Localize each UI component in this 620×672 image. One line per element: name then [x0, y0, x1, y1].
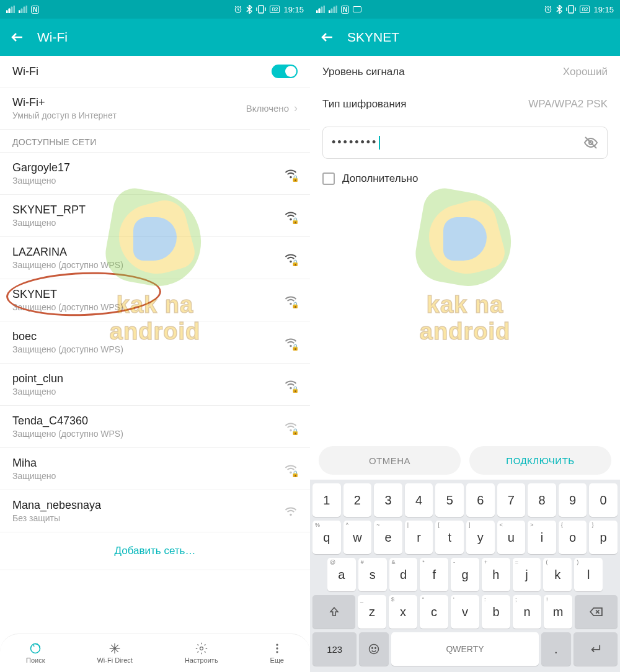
signal-icon-2 — [329, 6, 337, 13]
key-s[interactable]: #s — [358, 558, 387, 591]
alarm-icon — [544, 5, 552, 14]
status-bar: N 82 19:15 — [0, 0, 310, 19]
cancel-button[interactable]: ОТМЕНА — [319, 446, 461, 475]
key-8[interactable]: 8 — [528, 483, 556, 517]
key-5[interactable]: 5 — [435, 483, 464, 517]
page-title: Wi-Fi — [37, 30, 68, 45]
key-u[interactable]: <u — [497, 521, 526, 554]
network-item[interactable]: point_clunЗащищено🔒 — [0, 364, 310, 406]
nav-search[interactable]: Поиск — [26, 642, 45, 664]
key-v[interactable]: 'v — [451, 595, 479, 629]
wifi-toggle-row[interactable]: Wi-Fi — [0, 56, 310, 87]
network-name: Gargoyle17 — [12, 161, 70, 174]
wifi-list-screen: N 82 19:15 Wi-Fi Wi-Fi Wi-Fi+ Умный дост… — [0, 0, 310, 672]
svg-point-4 — [276, 644, 278, 646]
network-name: Miha — [12, 457, 56, 470]
key-a[interactable]: @a — [327, 558, 356, 591]
nfc-icon: N — [341, 6, 349, 14]
key-7[interactable]: 7 — [497, 483, 526, 517]
key-4[interactable]: 4 — [405, 483, 433, 517]
key-g[interactable]: -g — [451, 558, 479, 591]
advanced-checkbox[interactable] — [322, 172, 335, 185]
key-f[interactable]: *f — [420, 558, 448, 591]
key-i[interactable]: >i — [528, 521, 556, 554]
key-3[interactable]: 3 — [374, 483, 402, 517]
key-shift[interactable] — [312, 595, 355, 629]
network-item[interactable]: Gargoyle17Защищено🔒 — [0, 153, 310, 195]
network-name: point_clun — [12, 372, 63, 385]
encryption-value: WPA/WPA2 PSK — [528, 98, 608, 110]
bluetooth-icon — [556, 5, 562, 14]
key-space[interactable]: QWERTY — [391, 632, 539, 666]
key-k[interactable]: (k — [543, 558, 572, 591]
key-1[interactable]: 1 — [312, 483, 341, 517]
password-input[interactable]: •••••••• — [322, 127, 608, 159]
nav-settings[interactable]: Настроить — [185, 642, 218, 664]
key-z[interactable]: _z — [358, 595, 386, 629]
app-bar: SKYNET — [310, 19, 620, 56]
encryption-row: Тип шифрования WPA/WPA2 PSK — [310, 88, 620, 120]
wifi-signal-icon: 🔒 — [284, 420, 298, 434]
svg-point-10 — [370, 645, 379, 654]
network-sub: Защищено (доступно WPS) — [12, 302, 123, 312]
eye-off-icon[interactable] — [583, 135, 598, 150]
key-x[interactable]: $x — [389, 595, 417, 629]
nav-wifi-direct[interactable]: Wi-Fi Direct — [97, 642, 132, 664]
wifi-plus-value: Включено — [246, 103, 289, 114]
key-p[interactable]: }p — [589, 521, 618, 554]
back-icon[interactable] — [320, 30, 335, 45]
wifi-toggle-label: Wi-Fi — [12, 65, 38, 78]
key-e[interactable]: ~e — [374, 521, 402, 554]
alarm-icon — [234, 5, 242, 14]
add-network-button[interactable]: Добавить сеть… — [0, 532, 310, 570]
network-item[interactable]: SKYNETЗащищено (доступно WPS)🔒 — [0, 279, 310, 321]
key-backspace[interactable] — [575, 595, 618, 629]
key-6[interactable]: 6 — [466, 483, 495, 517]
key-2[interactable]: 2 — [343, 483, 372, 517]
network-item[interactable]: Tenda_C47360Защищено (доступно WPS)🔒 — [0, 406, 310, 448]
key-o[interactable]: {o — [559, 521, 587, 554]
wifi-toggle-switch[interactable] — [272, 65, 298, 78]
keyboard: 1234567890 %q^w~e|r[t]y<u>i{o}p @a#s&d*f… — [310, 480, 620, 672]
network-item[interactable]: Mana_nebesnayaБез защиты — [0, 490, 310, 532]
key-dot[interactable]: . — [541, 632, 571, 666]
key-d[interactable]: &d — [389, 558, 418, 591]
key-emoji[interactable] — [359, 632, 389, 666]
signal-label: Уровень сигнала — [322, 66, 405, 78]
key-b[interactable]: :b — [482, 595, 510, 629]
key-m[interactable]: !m — [544, 595, 572, 629]
advanced-checkbox-row[interactable]: Дополнительно — [310, 165, 620, 192]
network-item[interactable]: MihaЗащищено🔒 — [0, 448, 310, 490]
key-w[interactable]: ^w — [343, 521, 372, 554]
key-h[interactable]: +h — [482, 558, 510, 591]
key-y[interactable]: ]y — [466, 521, 495, 554]
network-sub: Защищено (доступно WPS) — [12, 260, 123, 270]
network-item[interactable]: LAZARINAЗащищено (доступно WPS)🔒 — [0, 237, 310, 279]
key-n[interactable]: ;n — [513, 595, 541, 629]
key-mode-123[interactable]: 123 — [312, 632, 356, 666]
network-item[interactable]: SKYNET_RPTЗащищено🔒 — [0, 195, 310, 237]
key-j[interactable]: =j — [513, 558, 541, 591]
key-9[interactable]: 9 — [559, 483, 587, 517]
network-sub: Защищено — [12, 387, 63, 396]
network-sub: Защищено (доступно WPS) — [12, 344, 123, 354]
key-t[interactable]: [t — [435, 521, 464, 554]
status-time: 19:15 — [593, 5, 614, 14]
network-item[interactable]: boecЗащищено (доступно WPS)🔒 — [0, 321, 310, 364]
signal-icon — [6, 6, 15, 13]
wifi-plus-row[interactable]: Wi-Fi+ Умный доступ в Интернет Включено … — [0, 87, 310, 130]
wifi-signal-icon: 🔒 — [284, 462, 298, 476]
wifi-signal-icon — [284, 504, 298, 518]
nav-more[interactable]: Еще — [270, 642, 284, 664]
network-name: Tenda_C47360 — [12, 414, 123, 428]
key-q[interactable]: %q — [312, 521, 341, 554]
keyboard-indicator-icon — [353, 6, 361, 12]
key-enter[interactable] — [574, 632, 618, 666]
key-r[interactable]: |r — [405, 521, 433, 554]
connect-button[interactable]: ПОДКЛЮЧИТЬ — [469, 446, 611, 475]
key-l[interactable]: )l — [574, 558, 603, 591]
key-0[interactable]: 0 — [589, 483, 618, 517]
key-c[interactable]: "c — [420, 595, 448, 629]
back-icon[interactable] — [10, 30, 25, 45]
nfc-icon: N — [31, 6, 39, 14]
